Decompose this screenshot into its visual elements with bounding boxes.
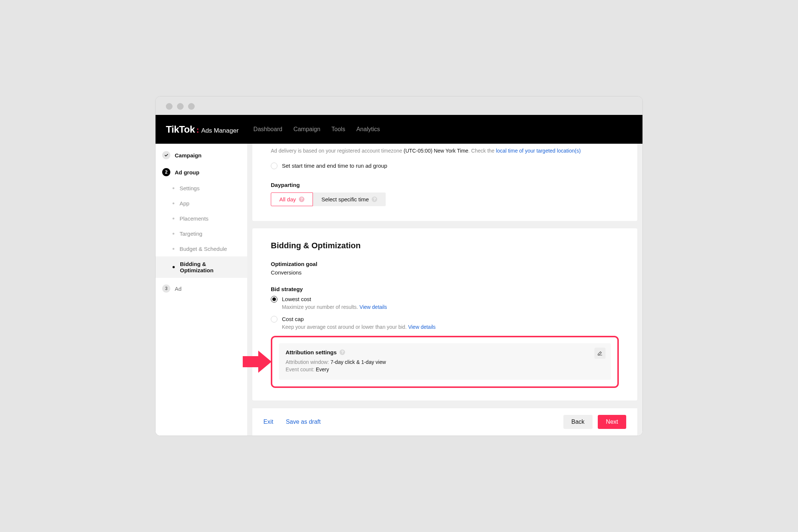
sidebar-item-targeting[interactable]: Targeting	[156, 226, 247, 241]
brand-sub: Ads Manager	[201, 127, 239, 134]
radio-icon	[271, 163, 277, 169]
step-ad[interactable]: 3 Ad	[156, 280, 247, 297]
bid-strategy-label: Bid strategy	[271, 286, 619, 292]
attribution-window: Attribution window: 7-day click & 1-day …	[286, 359, 604, 365]
body: Campaign 2 Ad group Settings App Placeme…	[156, 144, 642, 435]
nav-campaign[interactable]: Campaign	[293, 126, 320, 133]
dayparting-label: Dayparting	[271, 182, 619, 188]
step-label: Ad group	[175, 169, 200, 175]
window-dot[interactable]	[177, 103, 184, 110]
save-draft-link[interactable]: Save as draft	[286, 419, 321, 425]
check-icon	[162, 151, 170, 159]
help-icon[interactable]: ?	[299, 197, 304, 202]
step-label: Ad	[175, 286, 181, 292]
pencil-icon	[597, 350, 603, 356]
opt-goal-value: Conversions	[271, 269, 619, 276]
main-nav: Dashboard Campaign Tools Analytics	[253, 126, 380, 133]
radio-icon	[271, 316, 277, 323]
bid-cost-cap[interactable]: Cost cap	[271, 316, 619, 323]
bullet-icon	[173, 218, 174, 219]
next-button[interactable]: Next	[598, 415, 626, 429]
radio-icon	[271, 296, 277, 303]
exit-link[interactable]: Exit	[263, 419, 273, 425]
sidebar-item-placements[interactable]: Placements	[156, 211, 247, 226]
sidebar-item-app[interactable]: App	[156, 196, 247, 211]
attribution-highlight: Attribution settings ? Attribution windo…	[271, 336, 619, 388]
step-campaign[interactable]: Campaign	[156, 147, 247, 164]
attribution-title: Attribution settings ?	[286, 349, 604, 355]
bullet-icon	[173, 266, 175, 268]
dayparting-allday[interactable]: All day ?	[271, 192, 313, 206]
app: TikTok: Ads Manager Dashboard Campaign T…	[156, 115, 642, 435]
schedule-radio-start-end[interactable]: Set start time and end time to run ad gr…	[271, 163, 619, 169]
window-controls	[156, 96, 642, 115]
step-adgroup[interactable]: 2 Ad group	[156, 164, 247, 181]
bullet-icon	[173, 248, 174, 250]
browser-frame: TikTok: Ads Manager Dashboard Campaign T…	[155, 96, 643, 436]
nav-dashboard[interactable]: Dashboard	[253, 126, 282, 133]
schedule-card: Ad delivery is based on your registered …	[252, 144, 637, 221]
help-icon[interactable]: ?	[372, 197, 377, 202]
bid-lowest-cost[interactable]: Lowest cost	[271, 296, 619, 303]
dayparting-specific[interactable]: Select specific time ?	[313, 192, 386, 206]
dayparting-toggle: All day ? Select specific time ?	[271, 192, 619, 206]
sidebar-item-budget[interactable]: Budget & Schedule	[156, 241, 247, 256]
opt-goal-label: Optimization goal	[271, 261, 619, 267]
step-label: Campaign	[175, 152, 202, 158]
step-number-icon: 3	[162, 284, 170, 293]
lowest-desc: Maximize your number of results. View de…	[282, 304, 619, 310]
window-dot[interactable]	[188, 103, 195, 110]
brand-colon-icon: :	[196, 125, 199, 135]
top-header: TikTok: Ads Manager Dashboard Campaign T…	[156, 115, 642, 144]
step-number-icon: 2	[162, 168, 170, 176]
sidebar-item-bidding[interactable]: Bidding & Optimization	[156, 256, 247, 278]
sidebar-item-settings[interactable]: Settings	[156, 181, 247, 196]
footer-right: Back Next	[563, 415, 626, 429]
brand-name: TikTok	[166, 124, 195, 135]
back-button[interactable]: Back	[563, 415, 593, 429]
bid-options: Lowest cost Maximize your number of resu…	[271, 296, 619, 330]
brand[interactable]: TikTok: Ads Manager	[166, 124, 239, 135]
bullet-icon	[173, 187, 174, 189]
costcap-desc: Keep your average cost around or lower t…	[282, 324, 619, 330]
callout-arrow-icon	[243, 351, 272, 373]
main-content: Ad delivery is based on your registered …	[247, 144, 642, 435]
footer-bar: Exit Save as draft Back Next	[252, 408, 637, 436]
bullet-icon	[173, 233, 174, 235]
bidding-title: Bidding & Optimization	[271, 241, 619, 250]
event-count: Event count: Every	[286, 366, 604, 372]
footer-left: Exit Save as draft	[263, 419, 321, 425]
bidding-card: Bidding & Optimization Optimization goal…	[252, 228, 637, 400]
timezone-note: Ad delivery is based on your registered …	[271, 147, 619, 155]
local-time-link[interactable]: local time of your targeted location(s)	[496, 148, 581, 154]
nav-analytics[interactable]: Analytics	[356, 126, 380, 133]
window-dot[interactable]	[166, 103, 173, 110]
help-icon[interactable]: ?	[340, 349, 345, 355]
attribution-panel: Attribution settings ? Attribution windo…	[279, 343, 611, 380]
bullet-icon	[173, 202, 174, 204]
view-details-link[interactable]: View details	[408, 324, 436, 330]
view-details-link[interactable]: View details	[359, 304, 387, 310]
nav-tools[interactable]: Tools	[331, 126, 345, 133]
edit-attribution-button[interactable]	[594, 348, 606, 359]
sidebar: Campaign 2 Ad group Settings App Placeme…	[156, 144, 247, 435]
